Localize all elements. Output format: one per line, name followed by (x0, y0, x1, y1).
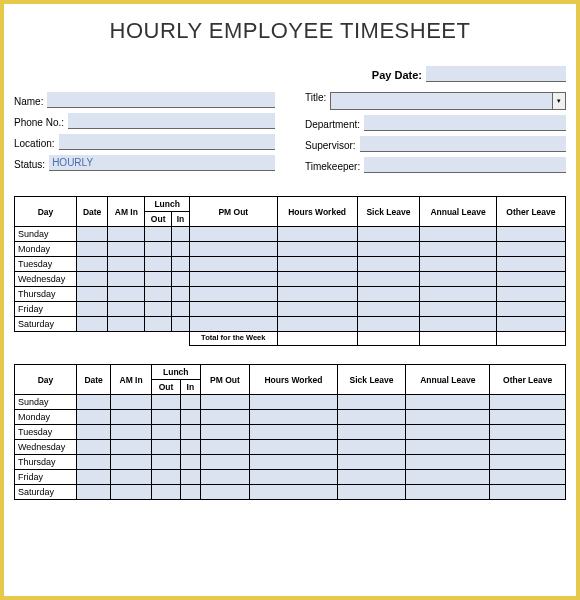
date-cell[interactable] (77, 485, 111, 500)
am-in-cell[interactable] (111, 425, 152, 440)
annual-cell[interactable] (420, 272, 497, 287)
pm-out-cell[interactable] (200, 470, 250, 485)
pm-out-cell[interactable] (200, 395, 250, 410)
annual-cell[interactable] (406, 485, 490, 500)
am-in-cell[interactable] (108, 272, 145, 287)
annual-cell[interactable] (420, 317, 497, 332)
date-cell[interactable] (77, 395, 111, 410)
pm-out-cell[interactable] (189, 272, 277, 287)
lunch-in-cell[interactable] (181, 485, 201, 500)
sick-cell[interactable] (357, 287, 420, 302)
annual-cell[interactable] (420, 287, 497, 302)
location-input[interactable] (59, 134, 275, 150)
lunch-out-cell[interactable] (151, 440, 180, 455)
other-cell[interactable] (496, 242, 565, 257)
annual-cell[interactable] (406, 410, 490, 425)
other-cell[interactable] (490, 425, 566, 440)
lunch-in-cell[interactable] (181, 470, 201, 485)
lunch-in-cell[interactable] (172, 272, 190, 287)
annual-cell[interactable] (406, 425, 490, 440)
pm-out-cell[interactable] (189, 227, 277, 242)
pm-out-cell[interactable] (200, 410, 250, 425)
lunch-in-cell[interactable] (181, 425, 201, 440)
sick-cell[interactable] (357, 227, 420, 242)
annual-cell[interactable] (420, 227, 497, 242)
lunch-out-cell[interactable] (145, 242, 172, 257)
other-cell[interactable] (496, 257, 565, 272)
sick-cell[interactable] (337, 440, 406, 455)
date-cell[interactable] (77, 302, 108, 317)
annual-cell[interactable] (420, 242, 497, 257)
sick-cell[interactable] (357, 302, 420, 317)
lunch-out-cell[interactable] (151, 410, 180, 425)
hours-cell[interactable] (277, 272, 357, 287)
other-cell[interactable] (490, 440, 566, 455)
annual-cell[interactable] (406, 455, 490, 470)
pm-out-cell[interactable] (189, 242, 277, 257)
date-cell[interactable] (77, 317, 108, 332)
am-in-cell[interactable] (108, 317, 145, 332)
date-cell[interactable] (77, 257, 108, 272)
other-cell[interactable] (490, 395, 566, 410)
annual-cell[interactable] (406, 395, 490, 410)
pm-out-cell[interactable] (200, 485, 250, 500)
sick-cell[interactable] (337, 410, 406, 425)
lunch-out-cell[interactable] (151, 395, 180, 410)
sick-cell[interactable] (337, 455, 406, 470)
date-cell[interactable] (77, 455, 111, 470)
am-in-cell[interactable] (111, 455, 152, 470)
department-input[interactable] (364, 115, 566, 131)
phone-input[interactable] (68, 113, 275, 129)
hours-cell[interactable] (250, 425, 338, 440)
title-input[interactable] (330, 92, 552, 110)
annual-cell[interactable] (420, 257, 497, 272)
other-cell[interactable] (496, 272, 565, 287)
date-cell[interactable] (77, 425, 111, 440)
am-in-cell[interactable] (108, 257, 145, 272)
sick-cell[interactable] (357, 242, 420, 257)
sick-cell[interactable] (357, 317, 420, 332)
date-cell[interactable] (77, 227, 108, 242)
total-annual[interactable] (420, 332, 497, 346)
sick-cell[interactable] (337, 485, 406, 500)
pm-out-cell[interactable] (189, 302, 277, 317)
lunch-in-cell[interactable] (172, 227, 190, 242)
annual-cell[interactable] (406, 470, 490, 485)
hours-cell[interactable] (250, 395, 338, 410)
other-cell[interactable] (496, 227, 565, 242)
hours-cell[interactable] (277, 227, 357, 242)
annual-cell[interactable] (406, 440, 490, 455)
hours-cell[interactable] (277, 317, 357, 332)
other-cell[interactable] (490, 410, 566, 425)
lunch-out-cell[interactable] (145, 272, 172, 287)
pm-out-cell[interactable] (189, 317, 277, 332)
hours-cell[interactable] (277, 287, 357, 302)
date-cell[interactable] (77, 287, 108, 302)
lunch-out-cell[interactable] (145, 302, 172, 317)
annual-cell[interactable] (420, 302, 497, 317)
sick-cell[interactable] (337, 470, 406, 485)
am-in-cell[interactable] (111, 395, 152, 410)
total-sick[interactable] (357, 332, 420, 346)
sick-cell[interactable] (357, 272, 420, 287)
lunch-out-cell[interactable] (145, 287, 172, 302)
date-cell[interactable] (77, 440, 111, 455)
date-cell[interactable] (77, 470, 111, 485)
lunch-out-cell[interactable] (151, 425, 180, 440)
am-in-cell[interactable] (111, 410, 152, 425)
other-cell[interactable] (496, 287, 565, 302)
other-cell[interactable] (490, 455, 566, 470)
pm-out-cell[interactable] (200, 425, 250, 440)
supervisor-input[interactable] (360, 136, 566, 152)
total-other[interactable] (496, 332, 565, 346)
sick-cell[interactable] (357, 257, 420, 272)
lunch-out-cell[interactable] (151, 485, 180, 500)
pm-out-cell[interactable] (200, 440, 250, 455)
lunch-in-cell[interactable] (172, 242, 190, 257)
am-in-cell[interactable] (111, 485, 152, 500)
lunch-in-cell[interactable] (181, 455, 201, 470)
lunch-out-cell[interactable] (145, 257, 172, 272)
hours-cell[interactable] (250, 455, 338, 470)
pm-out-cell[interactable] (189, 287, 277, 302)
paydate-input[interactable] (426, 66, 566, 82)
